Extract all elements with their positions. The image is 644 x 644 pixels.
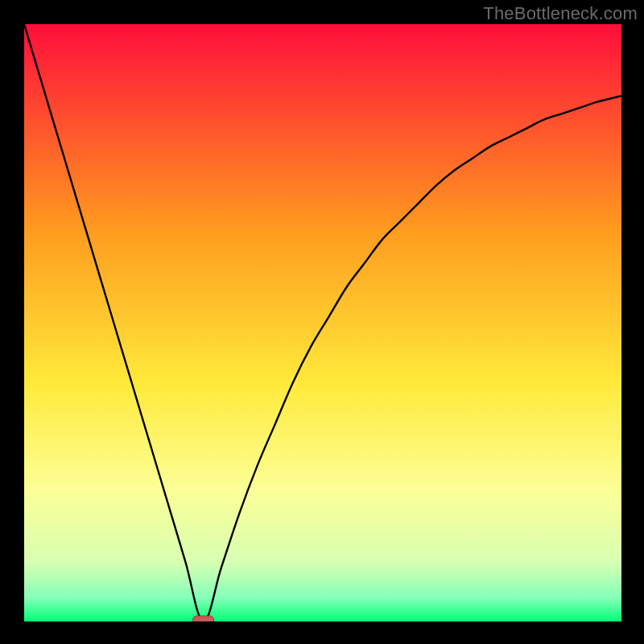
bottleneck-chart — [24, 24, 621, 621]
watermark-text: TheBottleneck.com — [483, 3, 638, 24]
optimum-marker — [193, 616, 214, 621]
chart-frame: TheBottleneck.com — [0, 0, 644, 644]
